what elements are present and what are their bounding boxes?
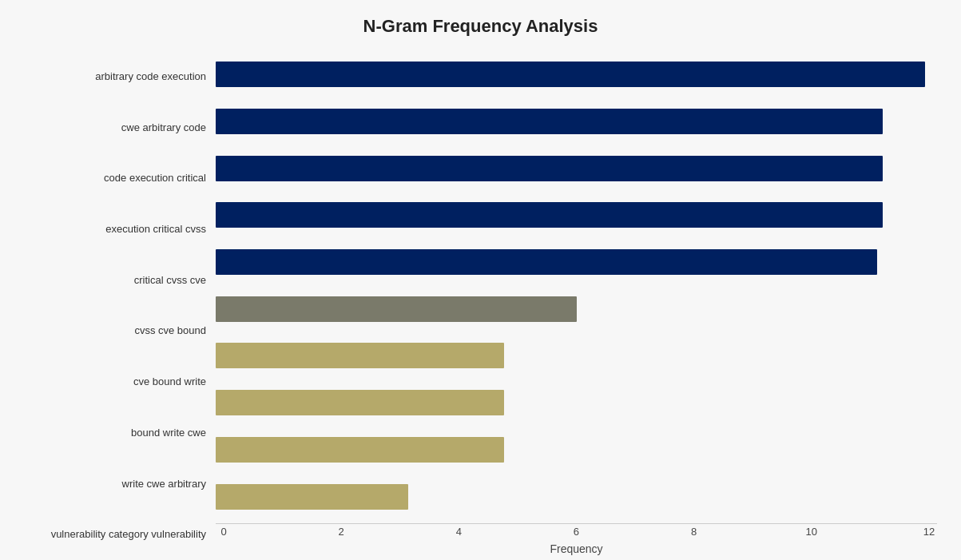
bar-row <box>216 435 937 465</box>
bars-area <box>216 51 937 520</box>
x-tick: 0 <box>216 526 232 538</box>
x-tick: 4 <box>451 526 467 538</box>
x-tick: 12 <box>921 526 937 538</box>
bars-and-x: 024681012 Frequency <box>216 51 937 560</box>
y-label: execution critical cvss <box>105 223 206 236</box>
y-label: arbitrary code execution <box>95 70 206 83</box>
bar-row <box>216 153 937 184</box>
x-tick: 8 <box>686 526 702 538</box>
bar-row <box>216 106 937 137</box>
chart-title: N-Gram Frequency Analysis <box>363 16 598 37</box>
x-axis-area: 024681012 Frequency <box>216 520 937 560</box>
bar <box>216 437 504 463</box>
bar <box>216 484 408 510</box>
y-label: write cwe arbitrary <box>122 478 206 490</box>
bar <box>216 156 883 181</box>
bar <box>216 62 925 87</box>
y-label: cve bound write <box>133 375 206 388</box>
y-label: code execution critical <box>104 172 206 185</box>
x-axis-line <box>216 523 937 524</box>
bar-row <box>216 294 937 324</box>
bar <box>216 390 504 415</box>
bar <box>216 202 883 228</box>
bar-row <box>216 59 937 89</box>
x-tick: 6 <box>568 526 584 538</box>
chart-container: N-Gram Frequency Analysis arbitrary code… <box>0 0 961 560</box>
bar <box>216 249 877 275</box>
y-label: bound write cwe <box>131 427 206 439</box>
chart-area: arbitrary code executioncwe arbitrary co… <box>0 51 961 560</box>
bar-row <box>216 387 937 418</box>
bar-row <box>216 482 937 512</box>
x-tick: 2 <box>333 526 349 538</box>
x-axis-label: Frequency <box>216 542 937 555</box>
y-label: critical cvss cve <box>134 274 206 287</box>
bar-row <box>216 200 937 230</box>
bar <box>216 296 577 322</box>
y-label: vulnerability category vulnerability <box>51 528 206 541</box>
x-tick: 10 <box>804 526 820 538</box>
y-label: cvss cve bound <box>134 324 206 337</box>
bar <box>216 343 504 368</box>
y-label: cwe arbitrary code <box>121 121 206 134</box>
y-labels: arbitrary code executioncwe arbitrary co… <box>8 51 216 560</box>
bar-row <box>216 247 937 277</box>
bar <box>216 109 883 134</box>
bar-row <box>216 340 937 371</box>
x-ticks: 024681012 <box>216 526 937 538</box>
